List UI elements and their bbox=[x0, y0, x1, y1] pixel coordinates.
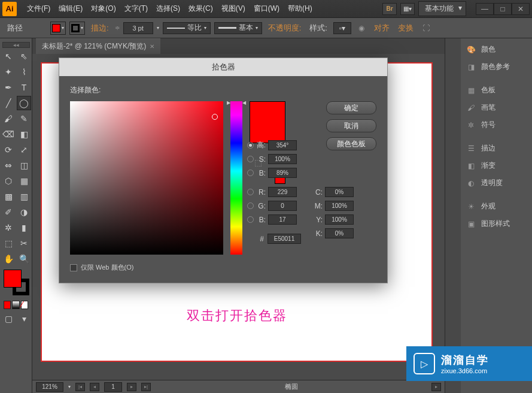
r-radio[interactable] bbox=[247, 189, 254, 195]
panel-brushes[interactable]: 🖌画笔 bbox=[461, 99, 532, 116]
mesh-tool[interactable]: ▩ bbox=[1, 189, 16, 204]
symbol-sprayer-tool[interactable]: ✲ bbox=[1, 220, 16, 235]
paintbrush-tool[interactable]: 🖌 bbox=[1, 111, 16, 126]
isolate-icon[interactable]: ⛶ bbox=[419, 22, 433, 35]
panel-transparency[interactable]: ◐透明度 bbox=[461, 174, 532, 192]
color-mode-solid[interactable] bbox=[4, 301, 11, 309]
menu-window[interactable]: 窗口(W) bbox=[250, 4, 284, 14]
align-label[interactable]: 对齐 bbox=[372, 23, 392, 34]
close-button[interactable]: ✕ bbox=[512, 3, 530, 15]
brightness-field[interactable]: 89% bbox=[268, 168, 297, 178]
scale-tool[interactable]: ⤢ bbox=[17, 143, 31, 157]
perspective-tool[interactable]: ▦ bbox=[17, 174, 31, 188]
transform-label[interactable]: 变换 bbox=[396, 23, 416, 34]
panel-symbols[interactable]: ✲符号 bbox=[461, 116, 532, 134]
menu-edit[interactable]: 编辑(E) bbox=[54, 4, 87, 14]
eyedropper-tool[interactable]: ✐ bbox=[1, 205, 16, 219]
panel-gradient[interactable]: ◧渐变 bbox=[461, 157, 532, 174]
red-field[interactable]: 229 bbox=[268, 187, 297, 197]
panel-swatches[interactable]: ▦色板 bbox=[461, 81, 532, 99]
selection-tool[interactable]: ↖ bbox=[1, 49, 16, 64]
last-artboard-button[interactable]: ▸| bbox=[141, 383, 151, 391]
lasso-tool[interactable]: ⌇ bbox=[17, 65, 31, 79]
style-dropdown[interactable]: ▫▾ bbox=[333, 22, 351, 34]
b-radio[interactable] bbox=[247, 216, 254, 223]
menu-object[interactable]: 对象(O) bbox=[87, 4, 120, 14]
color-mode-gradient[interactable] bbox=[12, 301, 19, 309]
bridge-button[interactable]: Br bbox=[382, 3, 397, 15]
minimize-button[interactable]: ― bbox=[476, 3, 494, 15]
stroke-profile-dropdown[interactable]: 等比▾ bbox=[163, 22, 211, 34]
blob-brush-tool[interactable]: ⌫ bbox=[1, 127, 16, 141]
yellow-field[interactable]: 100% bbox=[325, 214, 354, 225]
workspace-dropdown[interactable]: 基本功能 bbox=[418, 1, 466, 16]
hex-field[interactable]: E50011 bbox=[267, 234, 301, 244]
color-swatches-button[interactable]: 颜色色板 bbox=[326, 137, 376, 150]
status-menu-button[interactable]: ▸ bbox=[431, 383, 441, 391]
arrange-docs-button[interactable]: ▦▾ bbox=[400, 3, 415, 15]
panel-appearance[interactable]: ☀外观 bbox=[461, 198, 532, 215]
menu-effect[interactable]: 效果(C) bbox=[184, 4, 217, 14]
saturation-brightness-field[interactable] bbox=[70, 101, 223, 255]
artboard-number-field[interactable]: 1 bbox=[104, 382, 122, 392]
fill-color-box[interactable] bbox=[4, 270, 22, 288]
next-artboard-button[interactable]: ▸ bbox=[127, 383, 136, 391]
color-cursor[interactable] bbox=[212, 114, 218, 120]
blend-tool[interactable]: ◑ bbox=[17, 205, 31, 219]
hue-field[interactable]: 354° bbox=[268, 140, 297, 150]
saturation-field[interactable]: 100% bbox=[268, 154, 297, 164]
gradient-tool[interactable]: ▥ bbox=[17, 189, 31, 204]
document-tab[interactable]: 未标题-2* @ 121% (CMYK/预览) ✕ bbox=[36, 38, 160, 54]
brush-dropdown[interactable]: 基本▾ bbox=[214, 22, 262, 34]
prev-artboard-button[interactable]: ◂ bbox=[90, 383, 99, 391]
rotate-tool[interactable]: ⟳ bbox=[1, 143, 16, 157]
close-tab-icon[interactable]: ✕ bbox=[150, 43, 154, 50]
screen-mode-dropdown[interactable]: ▾ bbox=[17, 312, 31, 326]
black-field[interactable]: 0% bbox=[325, 228, 354, 238]
line-tool[interactable]: ╱ bbox=[1, 96, 16, 110]
slice-tool[interactable]: ✂ bbox=[17, 236, 31, 250]
sat-radio[interactable] bbox=[247, 156, 254, 162]
stroke-swatch[interactable]: ▾ bbox=[69, 22, 85, 35]
type-tool[interactable]: T bbox=[17, 80, 31, 95]
hand-tool[interactable]: ✋ bbox=[1, 252, 16, 266]
menu-view[interactable]: 视图(V) bbox=[217, 4, 250, 14]
panel-stroke[interactable]: ☰描边 bbox=[461, 140, 532, 157]
panel-color-guide[interactable]: ◨颜色参考 bbox=[461, 58, 532, 75]
eraser-tool[interactable]: ◧ bbox=[17, 127, 31, 141]
magic-wand-tool[interactable]: ✦ bbox=[1, 65, 16, 79]
toolbox-collapse[interactable]: ◂◂ bbox=[2, 42, 30, 48]
menu-file[interactable]: 文件(F) bbox=[23, 4, 54, 14]
stroke-weight-field[interactable]: 3 pt bbox=[123, 22, 153, 34]
opacity-label[interactable]: 不透明度: bbox=[266, 23, 304, 34]
menu-select[interactable]: 选择(S) bbox=[152, 4, 184, 14]
maximize-button[interactable]: □ bbox=[494, 3, 512, 15]
zoom-field[interactable]: 121% bbox=[36, 382, 63, 392]
pen-tool[interactable]: ✒ bbox=[1, 80, 16, 95]
shape-builder-tool[interactable]: ⬡ bbox=[1, 174, 16, 188]
artboard-tool[interactable]: ⬚ bbox=[1, 236, 16, 250]
green-field[interactable]: 0 bbox=[268, 201, 297, 211]
blue-field[interactable]: 17 bbox=[268, 214, 297, 225]
magenta-field[interactable]: 100% bbox=[325, 201, 354, 211]
graph-tool[interactable]: ▮ bbox=[17, 220, 31, 235]
first-artboard-button[interactable]: |◂ bbox=[75, 383, 85, 391]
fill-swatch[interactable]: ▾ bbox=[50, 22, 66, 35]
recolor-icon[interactable]: ◉ bbox=[355, 22, 368, 35]
panel-graphic-styles[interactable]: ▣图形样式 bbox=[461, 215, 532, 232]
menu-type[interactable]: 文字(T) bbox=[120, 4, 152, 14]
panel-collapse-strip[interactable] bbox=[445, 38, 461, 393]
direct-selection-tool[interactable]: ⇖ bbox=[17, 49, 31, 64]
width-tool[interactable]: ⇔ bbox=[1, 158, 16, 173]
hue-radio[interactable] bbox=[247, 142, 254, 149]
pencil-tool[interactable]: ✎ bbox=[17, 111, 31, 126]
zoom-tool[interactable]: 🔍 bbox=[17, 252, 31, 266]
hue-slider-handle[interactable] bbox=[227, 100, 246, 106]
ok-button[interactable]: 确定 bbox=[326, 101, 376, 114]
cancel-button[interactable]: 取消 bbox=[326, 119, 376, 132]
cyan-field[interactable]: 0% bbox=[325, 187, 354, 197]
stroke-label[interactable]: 描边: bbox=[89, 23, 111, 34]
hue-slider[interactable] bbox=[230, 101, 242, 255]
color-mode-none[interactable]: ⁄ bbox=[21, 301, 28, 309]
bright-radio[interactable] bbox=[247, 170, 254, 176]
